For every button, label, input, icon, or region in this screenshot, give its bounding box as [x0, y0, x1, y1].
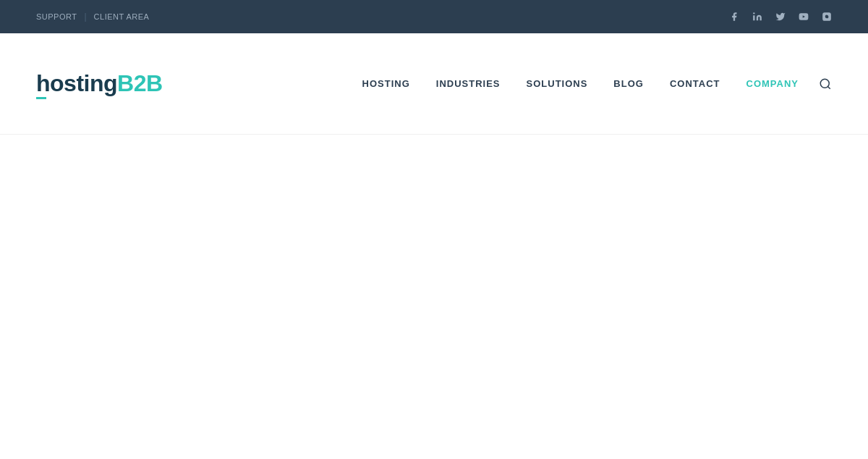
separator: |: [84, 12, 86, 22]
svg-point-4: [820, 79, 829, 88]
top-bar-right: [729, 12, 832, 22]
logo-part1: hosting: [36, 70, 117, 97]
linkedin-icon[interactable]: [752, 12, 762, 22]
twitter-icon[interactable]: [775, 12, 786, 22]
support-link[interactable]: SUPPORT: [36, 12, 77, 21]
content-area: [0, 135, 868, 459]
nav-blog[interactable]: BLOG: [600, 78, 657, 89]
logo-text: hosting B2B: [36, 70, 163, 97]
search-icon: [819, 77, 832, 90]
top-bar: SUPPORT | CLIENT AREA: [0, 0, 868, 33]
logo[interactable]: hosting B2B: [36, 70, 163, 97]
youtube-icon[interactable]: [799, 12, 809, 22]
svg-line-5: [827, 86, 830, 88]
nav-contact[interactable]: CONTACT: [657, 78, 733, 89]
nav-company[interactable]: COMPANY: [733, 78, 812, 89]
facebook-icon[interactable]: [729, 12, 739, 22]
nav-hosting[interactable]: HOSTING: [349, 78, 423, 89]
main-header: hosting B2B HOSTING INDUSTRIES SOLUTIONS…: [0, 33, 868, 135]
instagram-icon[interactable]: [822, 12, 832, 22]
nav-solutions[interactable]: SOLUTIONS: [514, 78, 601, 89]
svg-point-0: [753, 12, 754, 14]
logo-part2: B2B: [117, 70, 163, 97]
client-area-link[interactable]: CLIENT AREA: [94, 12, 150, 21]
top-bar-left: SUPPORT | CLIENT AREA: [36, 12, 149, 22]
nav-industries[interactable]: INDUSTRIES: [423, 78, 514, 89]
main-nav: HOSTING INDUSTRIES SOLUTIONS BLOG CONTAC…: [349, 77, 832, 90]
search-button[interactable]: [819, 77, 832, 90]
